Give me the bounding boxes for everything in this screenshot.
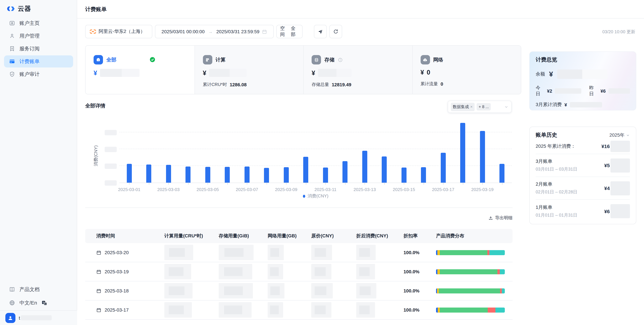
bill-range: 01月01日 – 01月31日 — [536, 212, 578, 218]
col-header: 存储用量(GiB) — [219, 233, 268, 239]
y-axis-label: 消费(CNY) — [93, 136, 99, 176]
bar-2025-03-14 — [382, 156, 387, 183]
bar-2025-03-12 — [343, 161, 348, 183]
network-icon — [420, 55, 430, 65]
row-date: 2025-03-18 — [105, 288, 129, 293]
redacted-cell-original-price — [311, 302, 332, 317]
dist-segment-red — [500, 288, 502, 293]
bar-slot — [453, 123, 472, 183]
redacted-bill-amount — [610, 158, 630, 172]
legend-label: 消费(CNY) — [308, 193, 328, 199]
history-title: 账单历史 — [536, 132, 557, 139]
export-details-button[interactable]: 导出明细 — [420, 215, 512, 221]
table-row[interactable]: 2025-03-17 100.0% — [85, 300, 512, 320]
translate-icon: 中En — [42, 300, 47, 306]
bar-2025-03-20 — [500, 164, 505, 183]
logo-icon — [6, 5, 16, 13]
chevron-down-icon — [504, 105, 508, 109]
globe-icon — [9, 300, 15, 306]
x-tick-label: 2025-03-15 — [393, 187, 415, 192]
stat-label: 存储总量 — [312, 82, 329, 88]
col-header: 消费时间 — [96, 233, 164, 239]
bill-range: 02月01日 – 02月28日 — [536, 189, 578, 195]
distribution-bar — [436, 288, 505, 293]
sidebar-item-label: 账户审计 — [20, 71, 40, 77]
sidebar-item-label: 服务订阅 — [20, 46, 40, 52]
user-account[interactable]: t — [0, 310, 77, 325]
sidebar-item-language[interactable]: 中文/En 中En — [0, 296, 77, 309]
filter-more-pill[interactable]: + 8 ... — [477, 103, 491, 110]
bar-slot: 2025-03-05 — [198, 123, 218, 183]
sidebar: 云器 账户主页 用户管理 服务订阅 — [0, 0, 77, 325]
year-selector[interactable]: 2025年 — [610, 132, 630, 138]
date-range-picker[interactable]: 2025/03/01 00:00:00 → 2025/03/31 23:59:5… — [155, 25, 274, 38]
redacted-bill-amount — [610, 181, 630, 195]
bar-slot: 2025-03-03 — [159, 123, 178, 183]
x-tick-label: 2025-03-13 — [354, 187, 376, 192]
bar-2025-03-02 — [146, 164, 152, 183]
redacted-balance — [557, 70, 607, 79]
chart-section-title: 全部详情 — [85, 103, 105, 109]
filter-tag-pill[interactable]: 数据集成 × — [451, 103, 474, 111]
history-row-february[interactable]: 2月账单 02月01日 – 02月28日 ¥4 — [536, 177, 630, 200]
dist-segment-teal — [500, 269, 505, 274]
history-row-january[interactable]: 1月账单 01月01日 – 01月31日 ¥6 — [536, 200, 630, 223]
bookmark-star-icon — [9, 46, 15, 52]
storage-icon — [312, 55, 321, 65]
redacted-y-tick — [105, 130, 117, 135]
download-icon — [488, 216, 493, 220]
table-row[interactable]: 2025-03-20 100.0% — [85, 243, 512, 262]
card-compute[interactable]: 计算 ¥ 累计CRU*时 1286.08 — [194, 46, 303, 94]
dist-segment-green — [440, 250, 488, 255]
info-icon[interactable] — [338, 57, 343, 62]
stat-value: 0 — [440, 81, 443, 87]
sidebar-item-label: 用户管理 — [20, 33, 40, 39]
chart-legend[interactable]: 消费(CNY) — [120, 193, 512, 199]
close-icon[interactable]: × — [470, 104, 472, 109]
redacted-user-name — [21, 315, 52, 320]
dist-segment-red — [488, 307, 496, 312]
card-storage[interactable]: 存储 ¥ 存储总量 12819.49 — [303, 46, 412, 94]
billing-history-panel: 账单历史 2025年 2025 年累计消费： ¥16 3月账单 03月01日 –… — [529, 127, 636, 224]
history-row-march[interactable]: 3月账单 03月01日 – 03月31日 ¥5 — [536, 154, 630, 177]
id-card-icon — [9, 20, 15, 26]
user-name: t — [19, 315, 52, 320]
sidebar-item-service-subscription[interactable]: 服务订阅 — [4, 43, 73, 55]
bar-slot — [335, 123, 355, 183]
refresh-button[interactable] — [330, 25, 342, 38]
table-row[interactable]: 2025-03-18 100.0% — [85, 281, 512, 300]
dist-segment-blue — [436, 307, 438, 312]
redacted-amount — [209, 69, 246, 77]
redacted-cell-network — [268, 283, 284, 298]
redacted-cell-original-price — [311, 264, 332, 279]
page-title: 计费账单 — [85, 6, 107, 13]
sidebar-item-product-docs[interactable]: 产品文档 — [0, 283, 77, 296]
bar-slot: 2025-03-11 — [316, 123, 335, 183]
sidebar-item-account-home[interactable]: 账户主页 — [4, 17, 73, 29]
region-selector[interactable]: 阿里云-华东2（上海） — [85, 25, 152, 38]
card-all[interactable]: 全部 ¥ — [86, 46, 194, 94]
sidebar-item-user-management[interactable]: 用户管理 — [4, 30, 73, 42]
card-network[interactable]: 网络 ¥ 0 累计流量 0 — [412, 46, 521, 94]
sidebar-item-account-audit[interactable]: 账户审计 — [4, 68, 73, 80]
bar-slot — [218, 123, 237, 183]
bar-2025-03-13 — [362, 151, 367, 183]
col-header: 折扣率 — [404, 233, 436, 239]
bar-2025-03-06 — [225, 167, 230, 183]
month-total-currency: ¥ — [564, 102, 567, 107]
dist-segment-blue — [436, 250, 438, 255]
bar-slot — [139, 123, 159, 183]
date-end: 2025/03/31 23:59:59 — [216, 29, 260, 34]
sidebar-item-billing[interactable]: 计费账单 — [4, 55, 73, 68]
redacted-cell-discounted — [356, 283, 376, 298]
yesterday-amount-prefix: ¥6 — [600, 88, 606, 94]
assistant-button[interactable] — [314, 25, 327, 38]
dist-segment-yellow — [438, 307, 440, 312]
table-row[interactable]: 2025-03-19 100.0% — [85, 262, 512, 281]
col-header: 原价(CNY) — [311, 233, 356, 239]
series-filter-select[interactable]: 数据集成 × + 8 ... — [448, 101, 512, 113]
space-selector[interactable]: 空间 全部 — [276, 25, 302, 38]
currency-symbol: ¥ — [94, 70, 97, 77]
x-tick-label: 2025-03-05 — [196, 187, 219, 192]
bill-amount-prefix: ¥5 — [604, 163, 610, 168]
